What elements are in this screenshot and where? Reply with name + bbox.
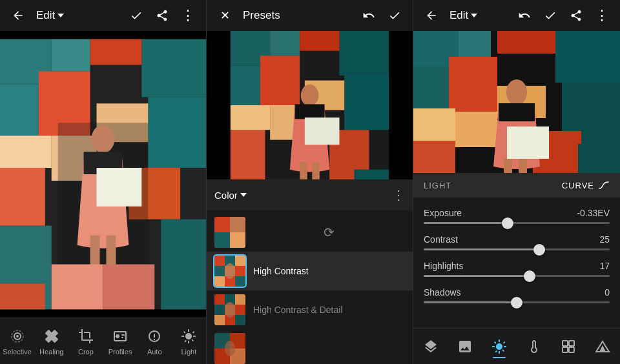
highlights-slider[interactable] bbox=[424, 275, 610, 277]
icon-layers[interactable] bbox=[418, 334, 444, 359]
svg-rect-44 bbox=[355, 170, 389, 179]
image-area-2 bbox=[207, 31, 413, 179]
curve-label: CURVE bbox=[562, 181, 594, 190]
light-adjust-icon bbox=[491, 339, 507, 354]
tool-profiles[interactable]: Profiles bbox=[104, 327, 136, 356]
check-button-3[interactable] bbox=[540, 5, 561, 26]
photo-3 bbox=[413, 31, 620, 173]
svg-rect-64 bbox=[214, 294, 225, 305]
contrast-slider[interactable] bbox=[424, 248, 610, 250]
healing-icon bbox=[43, 327, 61, 345]
svg-rect-85 bbox=[449, 57, 497, 112]
svg-rect-36 bbox=[344, 76, 389, 130]
svg-rect-13 bbox=[161, 219, 206, 310]
back-button[interactable] bbox=[8, 5, 28, 26]
adjustment-contrast: Contrast 25 bbox=[413, 229, 620, 256]
preset-item-3[interactable] bbox=[207, 329, 413, 364]
curve-button[interactable]: CURVE bbox=[562, 179, 610, 191]
more-button-3[interactable]: ⋮ bbox=[592, 5, 612, 26]
exposure-thumb[interactable] bbox=[502, 217, 513, 229]
svg-marker-104 bbox=[599, 345, 606, 352]
svg-rect-23 bbox=[0, 283, 45, 309]
preset-name-hcd: High Contrast & Detail bbox=[253, 305, 343, 315]
icon-light-adjust[interactable] bbox=[486, 334, 512, 359]
preset-more-button[interactable]: ⋮ bbox=[392, 187, 405, 203]
svg-rect-62 bbox=[235, 276, 245, 287]
icon-triangle[interactable] bbox=[590, 334, 615, 359]
svg-rect-98 bbox=[507, 126, 549, 159]
contrast-label: Contrast bbox=[424, 234, 458, 245]
contrast-thumb[interactable] bbox=[533, 244, 545, 256]
shadows-thumb[interactable] bbox=[511, 297, 522, 308]
svg-rect-37 bbox=[260, 56, 300, 105]
svg-rect-30 bbox=[121, 337, 123, 338]
svg-point-94 bbox=[506, 79, 527, 105]
highlights-thumb[interactable] bbox=[524, 270, 535, 282]
bottom-icon-bar-3 bbox=[413, 328, 620, 364]
selective-label: Selective bbox=[3, 348, 32, 356]
tool-healing[interactable]: Healing bbox=[36, 327, 68, 356]
selective-icon bbox=[8, 327, 26, 345]
svg-rect-53 bbox=[230, 232, 245, 248]
svg-rect-51 bbox=[230, 217, 245, 232]
back-button-3[interactable] bbox=[421, 5, 442, 26]
svg-rect-54 bbox=[214, 256, 225, 266]
icon-photo[interactable] bbox=[452, 334, 478, 359]
svg-rect-99 bbox=[563, 341, 568, 346]
crop-label: Crop bbox=[78, 348, 94, 356]
preset-list: ⟳ High Contrast bbox=[207, 210, 413, 364]
svg-rect-34 bbox=[270, 31, 300, 56]
preset-thumb-high-contrast bbox=[214, 256, 245, 287]
check-button[interactable] bbox=[126, 5, 147, 26]
check-button-2[interactable] bbox=[384, 5, 405, 26]
top-bar-3: Edit ⋮ bbox=[413, 0, 620, 31]
undo-button-3[interactable] bbox=[514, 5, 535, 26]
svg-point-28 bbox=[116, 334, 119, 338]
svg-rect-83 bbox=[555, 31, 620, 83]
tool-auto[interactable]: Auto bbox=[138, 327, 170, 356]
svg-rect-72 bbox=[235, 315, 245, 325]
crop-icon bbox=[77, 327, 95, 345]
svg-point-26 bbox=[16, 335, 19, 338]
tool-crop[interactable]: Crop bbox=[70, 327, 102, 356]
tool-selective[interactable]: Selective bbox=[1, 327, 34, 356]
icon-temperature[interactable] bbox=[521, 334, 547, 359]
more-button-1[interactable]: ⋮ bbox=[178, 5, 198, 26]
top-bar-2: ✕ Presets bbox=[207, 0, 413, 31]
adjustment-highlights: Highlights 17 bbox=[413, 256, 620, 282]
shadows-slider[interactable] bbox=[424, 301, 610, 303]
svg-rect-50 bbox=[214, 217, 230, 232]
shadows-label: Shadows bbox=[424, 287, 461, 298]
undo-button-2[interactable] bbox=[358, 5, 379, 26]
svg-rect-86 bbox=[497, 31, 555, 54]
svg-rect-3 bbox=[52, 39, 90, 72]
svg-rect-29 bbox=[121, 334, 125, 336]
contrast-fill bbox=[424, 248, 539, 250]
svg-rect-90 bbox=[455, 112, 497, 147]
svg-point-45 bbox=[301, 85, 319, 106]
svg-point-73 bbox=[225, 302, 235, 318]
photo-1 bbox=[0, 31, 206, 318]
svg-rect-2 bbox=[141, 39, 206, 97]
share-button[interactable] bbox=[152, 5, 172, 26]
photo-2 bbox=[207, 31, 413, 179]
svg-rect-96 bbox=[504, 159, 512, 173]
tool-light[interactable]: Light bbox=[172, 327, 205, 356]
preset-item-high-contrast[interactable]: High Contrast bbox=[207, 252, 413, 290]
svg-rect-93 bbox=[578, 144, 620, 173]
photo-icon bbox=[457, 339, 473, 354]
svg-rect-88 bbox=[413, 141, 455, 173]
svg-rect-33 bbox=[340, 31, 389, 76]
healing-label: Healing bbox=[39, 348, 63, 356]
share-button-3[interactable] bbox=[566, 5, 586, 26]
exposure-slider[interactable] bbox=[424, 222, 610, 224]
preset-item-high-contrast-detail[interactable]: High Contrast & Detail bbox=[207, 290, 413, 329]
svg-rect-92 bbox=[413, 108, 455, 141]
adjustment-shadows: Shadows 0 bbox=[413, 282, 620, 308]
presets-title: Presets bbox=[243, 9, 353, 22]
icon-detail[interactable] bbox=[555, 334, 581, 359]
light-section-header: LIGHT CURVE bbox=[413, 173, 620, 197]
svg-rect-48 bbox=[312, 162, 320, 179]
svg-rect-97 bbox=[519, 159, 527, 173]
close-button[interactable]: ✕ bbox=[214, 5, 235, 26]
